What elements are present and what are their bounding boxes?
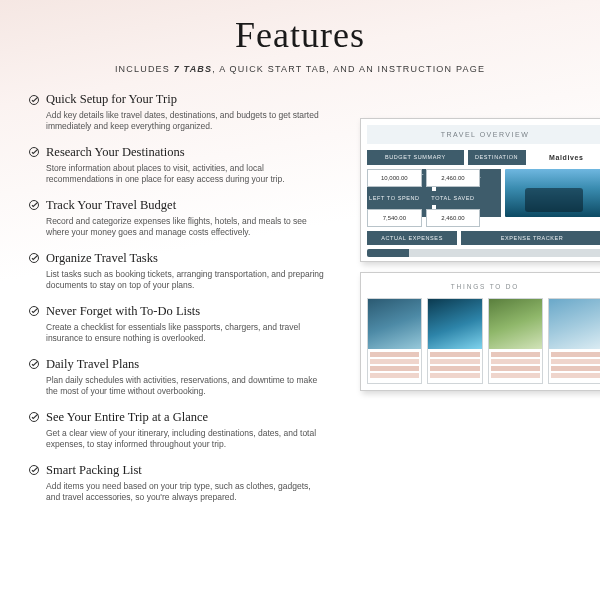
feature-title: Smart Packing List [46, 463, 142, 478]
left-to-spend-chip: LEFT TO SPEND [367, 191, 422, 205]
subtitle-pre: INCLUDES [115, 64, 174, 74]
check-icon [28, 305, 40, 317]
total-saved-chip: TOTAL SAVED [426, 191, 481, 205]
thing-card [548, 298, 600, 384]
check-icon [28, 358, 40, 370]
feature-title: Track Your Travel Budget [46, 198, 176, 213]
feature-title: Quick Setup for Your Trip [46, 92, 177, 107]
feature-title: Never Forget with To-Do Lists [46, 304, 200, 319]
svg-point-1 [30, 148, 39, 157]
check-icon [28, 464, 40, 476]
overview-panel: TRAVEL OVERVIEW BUDGET SUMMARY DESTINATI… [360, 118, 600, 262]
feature-item: Research Your DestinationsStore informat… [28, 145, 355, 186]
thing-card [367, 298, 422, 384]
svg-point-2 [30, 201, 39, 210]
feature-item: See Your Entire Trip at a GlanceGet a cl… [28, 410, 355, 451]
photo-thumb [505, 169, 600, 217]
feature-item: Organize Travel TasksList tasks such as … [28, 251, 355, 292]
budget-summary-chip: BUDGET SUMMARY [367, 150, 464, 165]
check-icon [28, 146, 40, 158]
feature-desc: Plan daily schedules with activities, re… [46, 375, 326, 398]
things-panel: THINGS TO DO [360, 272, 600, 391]
overview-header: TRAVEL OVERVIEW [367, 125, 600, 144]
svg-point-4 [30, 307, 39, 316]
expense-tracker-chip: EXPENSE TRACKER [461, 231, 600, 245]
feature-desc: List tasks such as booking tickets, arra… [46, 269, 326, 292]
destination-value: Maldives [530, 150, 600, 165]
subtitle-bold: 7 TABS [174, 64, 213, 74]
left-value: 7,540.00 [367, 209, 422, 227]
feature-desc: Store information about places to visit,… [46, 163, 326, 186]
card-image [549, 299, 600, 349]
check-icon [28, 411, 40, 423]
feature-item: Track Your Travel BudgetRecord and categ… [28, 198, 355, 239]
card-image [368, 299, 421, 349]
thing-card [488, 298, 543, 384]
total-budget-value: 10,000.00 [367, 169, 422, 187]
feature-title: See Your Entire Trip at a Glance [46, 410, 208, 425]
feature-title: Daily Travel Plans [46, 357, 139, 372]
feature-item: Smart Packing ListAdd items you need bas… [28, 463, 355, 504]
svg-point-3 [30, 254, 39, 263]
feature-desc: Add items you need based on your trip ty… [46, 481, 326, 504]
things-header: THINGS TO DO [367, 279, 600, 298]
feature-item: Quick Setup for Your TripAdd key details… [28, 92, 355, 133]
page-title: Features [0, 0, 600, 56]
subtitle: INCLUDES 7 TABS, A QUICK START TAB, AND … [0, 64, 600, 74]
saved-value: 2,460.00 [426, 209, 481, 227]
actual-value: 2,460.00 [426, 169, 481, 187]
mock-screenshots: TRAVEL OVERVIEW BUDGET SUMMARY DESTINATI… [360, 118, 600, 401]
feature-desc: Create a checklist for essentials like p… [46, 322, 326, 345]
feature-title: Organize Travel Tasks [46, 251, 158, 266]
check-icon [28, 94, 40, 106]
actual-expenses-chip: ACTUAL EXPENSES [367, 231, 457, 245]
feature-desc: Get a clear view of your itinerary, incl… [46, 428, 326, 451]
feature-desc: Add key details like travel dates, desti… [46, 110, 326, 133]
feature-item: Never Forget with To-Do ListsCreate a ch… [28, 304, 355, 345]
destination-chip: DESTINATION [468, 150, 526, 165]
svg-point-7 [30, 466, 39, 475]
svg-point-6 [30, 413, 39, 422]
svg-point-0 [30, 95, 39, 104]
card-image [428, 299, 481, 349]
check-icon [28, 252, 40, 264]
expense-bar [367, 249, 600, 257]
feature-desc: Record and categorize expenses like flig… [46, 216, 326, 239]
features-list: Quick Setup for Your TripAdd key details… [0, 92, 355, 504]
card-image [489, 299, 542, 349]
thing-card [427, 298, 482, 384]
feature-item: Daily Travel PlansPlan daily schedules w… [28, 357, 355, 398]
subtitle-post: , A QUICK START TAB, AND AN INSTRUCTION … [212, 64, 485, 74]
svg-point-5 [30, 360, 39, 369]
check-icon [28, 199, 40, 211]
feature-title: Research Your Destinations [46, 145, 185, 160]
